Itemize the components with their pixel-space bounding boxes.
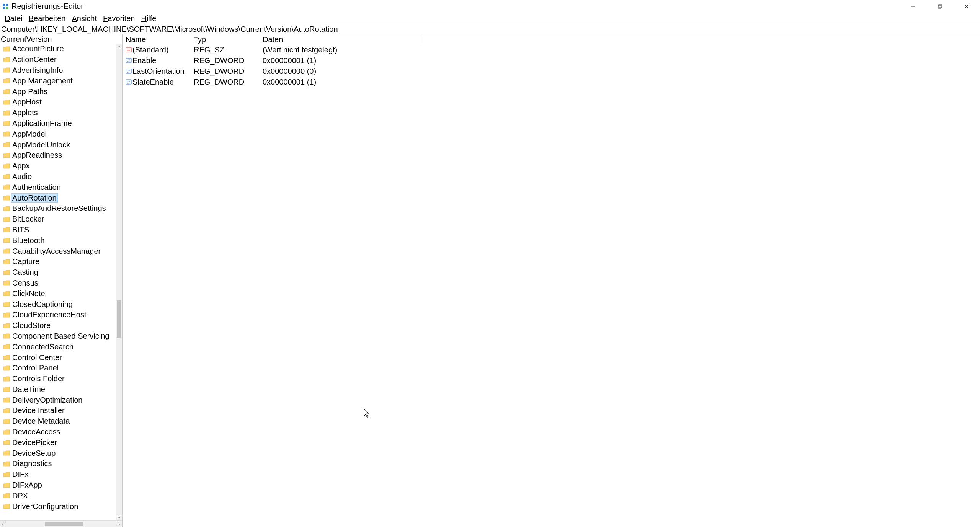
tree-item[interactable]: ConnectedSearch [0, 341, 122, 352]
tree-item[interactable]: App Paths [0, 86, 122, 97]
tree-item[interactable]: Casting [0, 267, 122, 278]
tree-item[interactable]: AppHost [0, 97, 122, 108]
tree-item-label: AppModel [11, 130, 47, 139]
scroll-right-button[interactable] [116, 521, 122, 527]
svg-text:110: 110 [127, 72, 130, 73]
minimize-button[interactable] [900, 0, 926, 13]
folder-icon [3, 472, 10, 477]
value-row[interactable]: 011110SlateEnableREG_DWORD0x00000001 (1) [122, 77, 980, 87]
folder-icon [3, 110, 10, 116]
tree-item[interactable]: DIFxApp [0, 480, 122, 491]
tree-item[interactable]: Audio [0, 171, 122, 182]
folder-icon [3, 217, 10, 222]
tree-item[interactable]: Control Panel [0, 363, 122, 374]
tree-item-label: BackupAndRestoreSettings [11, 204, 107, 213]
menu-file[interactable]: Datei [2, 13, 26, 24]
scroll-left-button[interactable] [0, 521, 7, 527]
value-row[interactable]: 011110EnableREG_DWORD0x00000001 (1) [122, 55, 980, 66]
values-list[interactable]: ab(Standard)REG_SZ(Wert nicht festgelegt… [122, 44, 980, 527]
folder-icon [3, 493, 10, 498]
tree-item[interactable]: Census [0, 278, 122, 289]
tree-item[interactable]: AutoRotation [0, 193, 122, 203]
address-input[interactable] [0, 24, 980, 34]
tree-item[interactable]: AppModelUnlock [0, 139, 122, 150]
folder-icon [3, 323, 10, 328]
tree-item[interactable]: DIFx [0, 469, 122, 480]
tree-item[interactable]: Device Metadata [0, 416, 122, 427]
tree-item[interactable]: CapabilityAccessManager [0, 246, 122, 256]
tree-item[interactable]: AppModel [0, 129, 122, 139]
close-button[interactable] [953, 0, 980, 13]
tree-item[interactable]: Controls Folder [0, 374, 122, 384]
scroll-down-button[interactable] [116, 514, 122, 520]
tree-item[interactable]: DeliveryOptimization [0, 395, 122, 405]
tree-item[interactable]: AccountPicture [0, 44, 122, 54]
tree-item[interactable]: Control Center [0, 352, 122, 363]
value-row[interactable]: 011110LastOrientationREG_DWORD0x00000000… [122, 66, 980, 77]
tree-item[interactable]: CloudExperienceHost [0, 310, 122, 320]
tree-item[interactable]: Capture [0, 256, 122, 267]
menu-favorites[interactable]: Favoriten [100, 13, 138, 24]
tree-item[interactable]: Appx [0, 161, 122, 171]
tree-item[interactable]: DevicePicker [0, 437, 122, 448]
tree-item[interactable]: DPX [0, 490, 122, 501]
value-row[interactable]: ab(Standard)REG_SZ(Wert nicht festgelegt… [122, 44, 980, 55]
tree-item[interactable]: DateTime [0, 384, 122, 395]
hscroll-track[interactable] [7, 521, 116, 527]
tree-item-label: DeliveryOptimization [11, 396, 83, 405]
scroll-thumb[interactable] [117, 300, 121, 338]
scroll-track[interactable] [116, 50, 122, 514]
tree-item-label: Device Installer [11, 406, 65, 415]
tree-item-label: Diagnostics [11, 459, 52, 468]
folder-icon [3, 67, 10, 73]
address-bar [0, 24, 980, 34]
tree-item[interactable]: App Management [0, 75, 122, 86]
tree-item[interactable]: DeviceAccess [0, 427, 122, 437]
tree-item[interactable]: ClickNote [0, 288, 122, 299]
tree-item[interactable]: BackupAndRestoreSettings [0, 203, 122, 214]
folder-icon [3, 440, 10, 445]
tree-item[interactable]: CloudStore [0, 320, 122, 331]
folder-icon [3, 78, 10, 83]
values-header: Name Typ Daten [122, 34, 980, 44]
tree-item[interactable]: ClosedCaptioning [0, 299, 122, 310]
folder-icon [3, 450, 10, 456]
tree-item[interactable]: AdvertisingInfo [0, 65, 122, 76]
tree-item[interactable]: DriverConfiguration [0, 501, 122, 512]
tree-current-key[interactable]: CurrentVersion [0, 34, 122, 44]
hscroll-thumb[interactable] [45, 522, 83, 526]
tree-item-label: AutoRotation [11, 194, 57, 202]
tree-item[interactable]: Authentication [0, 182, 122, 193]
tree-item[interactable]: Device Installer [0, 405, 122, 416]
tree-item[interactable]: BITS [0, 225, 122, 235]
tree-item[interactable]: ActionCenter [0, 54, 122, 65]
tree-item[interactable]: Component Based Servicing [0, 331, 122, 342]
folder-icon [3, 131, 10, 137]
tree-vertical-scrollbar[interactable] [116, 44, 122, 520]
maximize-button[interactable] [926, 0, 953, 13]
folder-icon [3, 344, 10, 349]
tree-item[interactable]: Applets [0, 108, 122, 118]
value-data: 0x00000001 (1) [260, 78, 980, 86]
tree-item[interactable]: Diagnostics [0, 458, 122, 469]
tree-item[interactable]: DeviceSetup [0, 448, 122, 458]
menu-help[interactable]: Hilfe [138, 13, 159, 24]
tree-item-label: AccountPicture [11, 44, 65, 53]
column-header-data[interactable]: Daten [260, 34, 420, 44]
scroll-up-button[interactable] [116, 44, 122, 50]
values-pane: Name Typ Daten ab(Standard)REG_SZ(Wert n… [122, 34, 980, 527]
tree-horizontal-scrollbar[interactable] [0, 520, 122, 527]
column-header-type[interactable]: Typ [191, 34, 260, 44]
svg-text:110: 110 [127, 61, 130, 63]
tree-item-label: ClosedCaptioning [11, 300, 74, 309]
tree-item-label: Component Based Servicing [11, 332, 110, 341]
tree-item[interactable]: AppReadiness [0, 150, 122, 161]
tree-item[interactable]: Bluetooth [0, 235, 122, 246]
tree-item[interactable]: ApplicationFrame [0, 118, 122, 129]
tree-item[interactable]: BitLocker [0, 214, 122, 225]
column-header-name[interactable]: Name [122, 34, 191, 44]
tree-list[interactable]: AccountPictureActionCenterAdvertisingInf… [0, 44, 122, 512]
menu-view[interactable]: Ansicht [69, 13, 100, 24]
tree-item-label: DateTime [11, 385, 46, 394]
menu-edit[interactable]: Bearbeiten [26, 13, 69, 24]
